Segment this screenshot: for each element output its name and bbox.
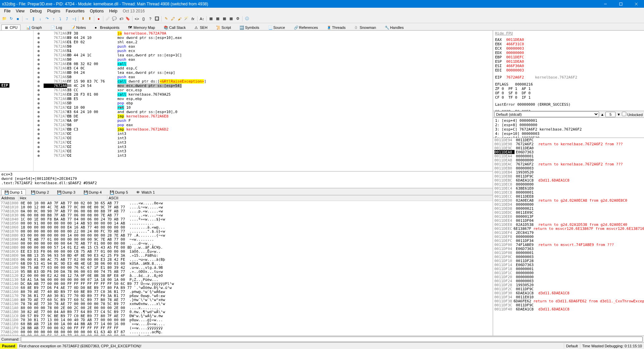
stop-icon[interactable]: ■	[15, 16, 21, 22]
stack-line[interactable]: 0011DEA400000001	[493, 154, 644, 158]
registers-view[interactable]: Hide FPUEAX 0011DEA0EBX 466F31C0ECX 0000…	[493, 31, 644, 111]
dump-line[interactable]: 77AB1100 90 75 AB 77 03 00 00 00 76 6C 6…	[1, 265, 492, 269]
dump-line[interactable]: 77AB1200 00 00 00 00 00 08 00 00 00 00 0…	[1, 330, 492, 334]
goto-icon[interactable]: {}	[141, 16, 147, 22]
disasm-line[interactable]: ●7672A711CCint3	[34, 140, 493, 145]
dump-line[interactable]: 77AB1070 00 00 00 00 00 00 00 00 22 00 2…	[1, 229, 492, 233]
stack-line[interactable]: 0011DF1C00000000	[493, 271, 644, 275]
disasm-line[interactable]: ●7672A70C58pop eax	[34, 123, 493, 127]
dump-tab-1[interactable]: 💾Dump 2	[28, 189, 52, 195]
stack-line[interactable]: 0011DF3C0011DF9C	[493, 303, 644, 307]
fx-icon[interactable]: fx	[190, 16, 196, 22]
stack-line[interactable]: 0011DE987672A6F2return to kernelbase.767…	[493, 142, 644, 146]
dump-line[interactable]: 77AB10C0 EE E3 D3 F0 06 00 00 00 CB 75 A…	[1, 249, 492, 253]
dump-tab-3[interactable]: 💾Dump 4	[80, 189, 105, 195]
disasm-line[interactable]: ●7672A6D950push eax	[34, 44, 493, 49]
stack-line[interactable]: 0011DE940011DEFC	[493, 138, 644, 142]
dump-line[interactable]: 77AB1010 10 00 12 00 4C 7E AB 77 0C 00 0…	[1, 205, 492, 209]
maximize-button[interactable]	[613, 0, 629, 8]
tab-handles[interactable]: 🔧Handles	[382, 24, 407, 30]
dump-line[interactable]: 77AB1120 E2 00 00 00 E2 A2 08 12 7A 0F 0…	[1, 273, 492, 278]
stack-line[interactable]: 0011DF2400000003	[493, 279, 644, 283]
stack-line[interactable]: 0011DF2819930520	[493, 283, 644, 287]
dump-line[interactable]: 77AB10E0 06 00 01 00 AC 75 AB 77 02 00 0…	[1, 257, 492, 261]
tab-source[interactable]: 📃Source	[265, 24, 288, 30]
dump-line[interactable]: 77AB11A0 80 00 00 00 78 00 2E 00 2C 00 2…	[1, 306, 492, 310]
disasm-line[interactable]: ●7672A70A6A 0Fpush F	[34, 118, 493, 123]
stack-line[interactable]: 0011DEAC7672A6F2return to kernelbase.767…	[493, 162, 644, 166]
stack-line[interactable]: 0011DE9C0011DEA0	[493, 146, 644, 150]
label-icon[interactable]: 🏷	[118, 16, 124, 22]
disasm-line[interactable]: ●7672A6D289 44 24 10mov dword ptr ss:[es…	[34, 36, 493, 40]
settings-icon[interactable]: ⚙	[235, 16, 241, 22]
menu-plugins[interactable]: Plugins	[45, 8, 63, 14]
calc-icon[interactable]: 🔲	[154, 16, 160, 22]
tab-seh[interactable]: ⚠SEH	[192, 24, 211, 30]
dump-line[interactable]: 77AB1080 03 00 00 00 00 00 00 14 00 00 0…	[1, 233, 492, 237]
tab-graph[interactable]: 📊Graph	[23, 24, 45, 30]
win4-icon[interactable]: ▦	[228, 16, 234, 22]
dump-line[interactable]: 77AB1090 A8 7E AB 77 01 00 00 00 00 00 0…	[1, 237, 492, 241]
stack-line[interactable]: 0011DF386DA6FE62return to d3d11.6DA6FE62…	[493, 299, 644, 303]
disasm-line[interactable]: ●7672A6DB8D 44 24 1Clea eax,dword ptr ss…	[34, 53, 493, 57]
disasm-line[interactable]: ●7672A6EB50push eax	[34, 75, 493, 79]
menu-options[interactable]: Options	[87, 8, 106, 14]
disasm-line[interactable]: ●7672A713CCint3	[34, 149, 493, 153]
patch-icon[interactable]: 🩹	[105, 16, 111, 22]
arg-line[interactable]: 1: [esp+4] 00000001	[495, 118, 642, 123]
disasm-line[interactable]: ●7672A6FD8B E5mov esp,ebp	[34, 97, 493, 101]
disasm-line[interactable]: ●7672A700C2 10 00ret 10	[34, 105, 493, 110]
dump-line[interactable]: 77AB1040 1C 00 1E 00 F8 BA AB 77 04 00 0…	[1, 217, 492, 221]
stack-line[interactable]: 0011DEF42EC84179	[493, 231, 644, 235]
stack-line[interactable]: 0011DEFC0011DF34	[493, 239, 644, 243]
stack-line[interactable]: 0011DEE40011DF04	[493, 218, 644, 222]
stack-line[interactable]: 0011DEEC6E13867Freturn to msvcr120.6E138…	[493, 227, 644, 231]
step-out-icon[interactable]: ↑	[51, 16, 57, 22]
stack-line[interactable]: 0011DF1800000001	[493, 267, 644, 271]
menu-favourites[interactable]: Favourites	[63, 8, 87, 14]
dump-line[interactable]: 77AB1160 80 70 AE 77 40 8D B9 77 60 BE B…	[1, 290, 492, 294]
find-icon[interactable]: <>	[134, 16, 140, 22]
folder-icon[interactable]: 📁	[1, 16, 7, 22]
unlocked-checkbox[interactable]: Unlocked	[622, 112, 643, 117]
tab-breakpoints[interactable]: ●Breakpoints	[92, 24, 122, 30]
tab-call-stack[interactable]: 📚Call Stack	[161, 24, 189, 30]
disasm-line[interactable]: ●7672A714CCint3	[34, 153, 493, 158]
tab-symbols[interactable]: 🔤Symbols	[236, 24, 262, 30]
tab-memory-map[interactable]: 🗺Memory Map	[125, 24, 158, 30]
stack-line[interactable]: 0011DEE802A1D538return to g2d.02A1D538 f…	[493, 222, 644, 227]
calling-convention-select[interactable]: Default (stdcall)	[494, 111, 599, 117]
comment-icon[interactable]: 💬	[111, 16, 117, 22]
menu-file[interactable]: File	[1, 8, 13, 14]
dump-line[interactable]: 77AB1170 70 36 B1 77 A0 30 B1 77 70 0D B…	[1, 294, 492, 298]
disasm-lines[interactable]: ●7672A6D077 38ja kernelbase.7672A70A●767…	[34, 31, 493, 171]
dump-line[interactable]: 77AB10B0 00 00 00 00 00 57 14 01 E2 46 1…	[1, 245, 492, 249]
disasm-line[interactable]: ●7672A708EB DEjmp kernelbase.7672A6E8	[34, 114, 493, 118]
dump-tab-0[interactable]: 💾Dump 1	[1, 189, 26, 195]
run-icon[interactable]: →	[24, 16, 30, 22]
disasm-line[interactable]: ●7672A6D077 38ja kernelbase.7672A70A	[34, 31, 493, 36]
tab-log[interactable]: 📄Log	[48, 24, 65, 30]
win2-icon[interactable]: ▦	[215, 16, 221, 22]
arg-count-input[interactable]	[605, 112, 615, 117]
refresh-icon[interactable]: ↻	[8, 16, 14, 22]
stack-line[interactable]: 0011DEDC0011E09C	[493, 210, 644, 214]
stack-line[interactable]: 0011DEF800000000	[493, 235, 644, 239]
stack-line[interactable]: 0011DF340011E010	[493, 295, 644, 299]
win3-icon[interactable]: ▦	[221, 16, 227, 22]
disasm-line[interactable]: ●7672A6F8E8 28 F3 01 00call kernelbase.7…	[34, 92, 493, 97]
disasm-line[interactable]: ●7672A70FCCint3	[34, 132, 493, 136]
disasm-line[interactable]: ●7672A710CCint3	[34, 136, 493, 140]
dump-line[interactable]: 77AB10F0 6B D9 53 41 94 8C 9D E3 4B 4E G…	[1, 261, 492, 265]
dump-line[interactable]: 77AB11E0 60 BB AB 77 18 00 1A 00 44 BB A…	[1, 322, 492, 326]
stack-line[interactable]: 0011DF0C00000003	[493, 255, 644, 259]
question-icon[interactable]: ?	[147, 16, 153, 22]
tab-references[interactable]: 🔗References	[291, 24, 321, 30]
stack-line[interactable]: 0011DF04E06D7363	[493, 247, 644, 251]
menu-view[interactable]: View	[13, 8, 27, 14]
dump-line[interactable]: 77AB1050 00 00 91 00 00 00 00 00 14 AB 9…	[1, 221, 492, 225]
stack-line[interactable]: 0011DEB419930520	[493, 170, 644, 174]
stack-line[interactable]: 0011DECC0011DEE8	[493, 194, 644, 198]
stack-line[interactable]: 0011DF0800000001	[493, 251, 644, 255]
stack-view[interactable]: 0011DE940011DEFC0011DE987672A6F2return t…	[493, 138, 644, 336]
